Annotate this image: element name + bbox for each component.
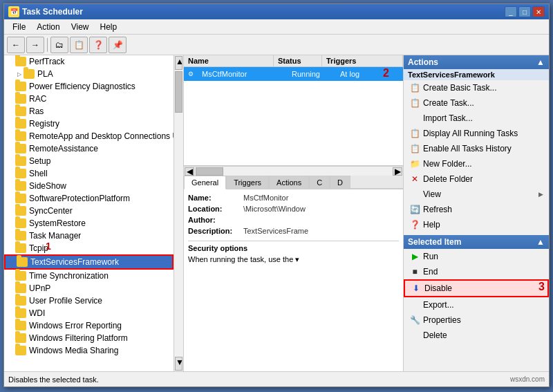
action-create-basic-task[interactable]: 📋 Create Basic Task... (404, 80, 549, 95)
tree-item-ras[interactable]: Ras (4, 105, 174, 118)
scrollbar-up[interactable]: ▲ (175, 56, 182, 70)
col-triggers: Triggers (322, 55, 403, 66)
col-name: Name (184, 55, 274, 66)
tree-item-registry[interactable]: Registry (4, 118, 174, 130)
tab-c[interactable]: C (309, 176, 330, 189)
detail-author-value (243, 216, 399, 224)
security-text: When running the task, use the ▾ (188, 255, 399, 264)
tab-actions[interactable]: Actions (269, 176, 309, 189)
hscroll-thumb[interactable] (196, 167, 223, 176)
actions-collapse-icon[interactable]: ▲ (536, 57, 545, 67)
main-content: PerfTrack ▷ PLA Power Efficiency Diagnos… (4, 55, 549, 371)
tree-item-upnp[interactable]: UPnP (4, 282, 174, 295)
minimize-button[interactable]: _ (505, 6, 517, 17)
forward-button[interactable]: → (26, 37, 44, 53)
tree-item-tcpip[interactable]: Tcpip 1 (4, 242, 174, 254)
toolbar: ← → 🗂 📋 ❓ 📌 (4, 35, 549, 55)
action-export[interactable]: Export... (404, 297, 549, 312)
badge3: 3 (538, 281, 545, 293)
help-button[interactable]: ❓ (89, 37, 107, 53)
tab-triggers[interactable]: Triggers (226, 176, 269, 189)
action-view[interactable]: View ▶ (404, 187, 549, 202)
detail-name-label: Name: (188, 194, 243, 202)
selected-item-collapse-icon[interactable]: ▲ (536, 237, 545, 247)
tree-item-synccenter[interactable]: SyncCenter (4, 205, 174, 217)
tree-item-userprofile[interactable]: User Profile Service (4, 295, 174, 307)
hscroll-right[interactable]: ▶ (393, 167, 402, 176)
action-run-label: Run (423, 252, 438, 261)
tree-item-systemrestore[interactable]: SystemRestore (4, 217, 174, 230)
tree-item-shell[interactable]: Shell (4, 167, 174, 180)
left-pane-scrollbar[interactable]: ▲ ▼ (174, 55, 183, 371)
tab-general[interactable]: General (184, 176, 226, 189)
task-list-hscroll[interactable]: ◀ ▶ (184, 166, 403, 176)
maximize-button[interactable]: □ (518, 6, 531, 17)
status-text: Disables the selected task. (8, 375, 99, 384)
pin-button[interactable]: 📌 (109, 37, 126, 53)
folder-icon (15, 82, 26, 91)
action-help[interactable]: ❓ Help (404, 217, 549, 232)
tree-item-power[interactable]: Power Efficiency Diagnostics (4, 80, 174, 93)
task-button[interactable]: 📋 (70, 37, 88, 53)
back-button[interactable]: ← (7, 37, 25, 53)
tree-item-spp[interactable]: SoftwareProtectionPlatform (4, 192, 174, 205)
scrollbar-down[interactable]: ▼ (175, 357, 182, 371)
action-properties[interactable]: 🔧 Properties (404, 312, 549, 328)
expand-icon: ▷ (15, 70, 24, 78)
folder-button[interactable]: 🗂 (50, 37, 68, 53)
detail-name-row: Name: MsCtfMonitor (188, 194, 399, 202)
disable-icon: ⬇ (411, 283, 422, 294)
menu-help[interactable]: Help (95, 21, 123, 33)
detail-content: Name: MsCtfMonitor Location: \Microsoft\… (184, 189, 403, 268)
delete-icon (409, 330, 420, 341)
end-icon: ■ (409, 266, 420, 277)
action-create-task[interactable]: 📋 Create Task... (404, 95, 549, 111)
tab-d[interactable]: D (330, 176, 350, 189)
app-icon: 📅 (8, 6, 19, 17)
tree-item-wer[interactable]: Windows Error Reporting (4, 319, 174, 332)
tree-item-wfp[interactable]: Windows Filtering Platform (4, 332, 174, 344)
detail-author-row: Author: (188, 216, 399, 224)
scrollbar-thumb[interactable] (175, 71, 182, 113)
action-import-task[interactable]: Import Task... (404, 111, 549, 126)
action-properties-label: Properties (423, 315, 461, 325)
close-button[interactable]: ✕ (532, 6, 545, 17)
tree-item-pla[interactable]: ▷ PLA (4, 68, 174, 80)
tree-item-wmsharing[interactable]: Windows Media Sharing (4, 344, 174, 357)
action-delete[interactable]: Delete (404, 328, 549, 343)
tree-item-timesync[interactable]: Time Synchronization (4, 270, 174, 282)
left-pane: PerfTrack ▷ PLA Power Efficiency Diagnos… (4, 55, 174, 371)
tree-item-sideshow[interactable]: SideShow (4, 180, 174, 192)
menu-action[interactable]: Action (31, 21, 65, 33)
folder-icon (15, 57, 26, 66)
action-display-running-label: Display All Running Tasks (423, 129, 518, 138)
action-refresh[interactable]: 🔄 Refresh (404, 202, 549, 217)
tree-item-wdi[interactable]: WDI (4, 307, 174, 319)
task-row[interactable]: ⚙ MsCtfMonitor Running At log 2 (184, 67, 403, 81)
right-pane: Actions ▲ TextServicesFramework 📋 Create… (404, 55, 549, 371)
tree-item-remoteassistance[interactable]: RemoteAssistance (4, 142, 174, 155)
tree-item-remoteapp[interactable]: RemoteApp and Desktop Connections U (4, 130, 174, 142)
action-help-label: Help (423, 220, 440, 230)
menu-file[interactable]: File (7, 21, 31, 33)
tree-item-taskmanager[interactable]: Task Manager (4, 230, 174, 242)
action-enable-history[interactable]: 📋 Enable All Tasks History (404, 141, 549, 156)
task-list: Name Status Triggers ⚙ MsCtfMonitor Runn… (184, 55, 403, 166)
action-disable[interactable]: ⬇ Disable 3 (404, 279, 549, 297)
action-run[interactable]: ▶ Run (404, 249, 549, 264)
tree-item-textservices[interactable]: TextServicesFramework (4, 254, 174, 270)
menu-view[interactable]: View (66, 21, 95, 33)
action-end[interactable]: ■ End (404, 264, 549, 279)
tree-item-perftrack[interactable]: PerfTrack (4, 55, 174, 68)
selected-item-title: Selected Item (408, 237, 461, 247)
action-delete-folder[interactable]: ✕ Delete Folder (404, 171, 549, 187)
action-new-folder-label: New Folder... (423, 159, 472, 169)
action-new-folder[interactable]: 📁 New Folder... (404, 156, 549, 171)
hscroll-left[interactable]: ◀ (185, 167, 194, 176)
action-delete-folder-label: Delete Folder (423, 174, 473, 184)
action-display-running[interactable]: 📋 Display All Running Tasks (404, 126, 549, 141)
refresh-icon: 🔄 (409, 204, 420, 215)
tree-item-setup[interactable]: Setup (4, 155, 174, 167)
tree-item-rac[interactable]: RAC (4, 93, 174, 105)
folder-icon (15, 181, 26, 191)
